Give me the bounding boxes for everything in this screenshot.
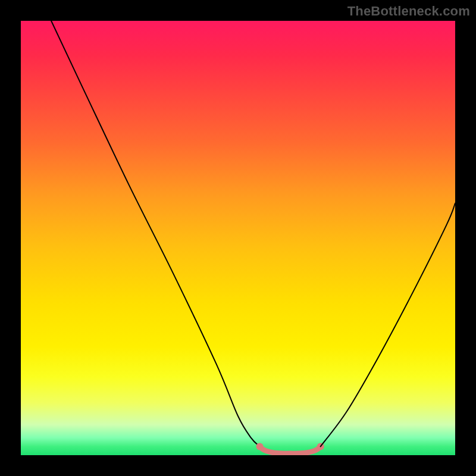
valley-end-dot <box>256 443 264 450</box>
series-group <box>51 21 455 453</box>
watermark-text: TheBottleneck.com <box>347 4 470 19</box>
chart-container: TheBottleneck.com <box>0 0 476 476</box>
plot-area <box>21 21 455 455</box>
series-left-curve <box>51 21 259 446</box>
series-valley-marker <box>260 446 321 453</box>
chart-svg <box>21 21 455 455</box>
series-right-curve <box>321 203 455 447</box>
